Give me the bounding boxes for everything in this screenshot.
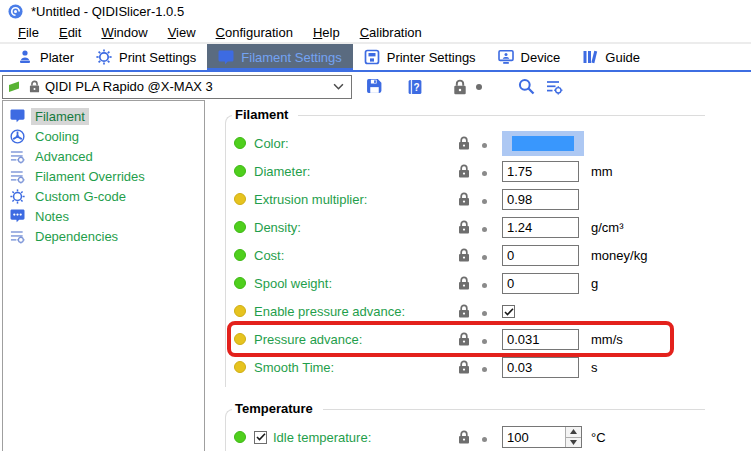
value-status-bullet	[234, 361, 246, 373]
tab-label: Filament Settings	[241, 50, 341, 65]
spool-weight-input[interactable]	[502, 273, 579, 294]
setting-row-color: Color:	[234, 129, 705, 157]
extrusion-multiplier-input[interactable]	[502, 189, 579, 210]
sidebar-item-notes[interactable]: Notes	[3, 206, 204, 226]
density-input[interactable]	[502, 217, 579, 238]
lock-icon[interactable]	[458, 332, 482, 346]
setting-row-spool-weight: Spool weight: g	[234, 269, 705, 297]
spin-down-button[interactable]	[566, 438, 581, 448]
lock-icon[interactable]	[458, 192, 482, 206]
lock-icon[interactable]	[458, 276, 482, 290]
sidebar-item-label: Custom G-code	[31, 188, 130, 205]
group-title: Temperature	[232, 401, 323, 416]
setting-label: Spool weight:	[254, 276, 458, 291]
setting-row-pressure-advance: Pressure advance: mm/s	[234, 325, 705, 353]
device-icon	[498, 49, 514, 65]
lock-icon[interactable]	[458, 136, 482, 150]
unit-label: money/kg	[586, 248, 705, 263]
revert-dot-icon[interactable]	[482, 332, 502, 347]
save-preset-button[interactable]	[366, 78, 383, 95]
sidebar-item-filament[interactable]: Filament	[3, 106, 204, 126]
preset-combobox[interactable]: QIDI PLA Rapido @X-MAX 3	[2, 75, 352, 99]
sidebar-item-custom-gcode[interactable]: Custom G-code	[3, 186, 204, 206]
compare-settings-icon[interactable]	[546, 79, 563, 95]
setting-label: Idle temperature:	[273, 430, 371, 445]
revert-dot-icon[interactable]	[482, 164, 502, 179]
notes-icon	[9, 209, 25, 223]
diameter-input[interactable]	[502, 161, 579, 182]
setting-row-idle-temperature: Idle temperature: °C	[234, 423, 705, 451]
revert-dot-icon[interactable]	[482, 430, 502, 445]
sliders-gear-icon	[9, 169, 25, 184]
unit-label: g/cm³	[586, 220, 705, 235]
tab-device[interactable]: Device	[487, 44, 572, 70]
tab-plater[interactable]: Plater	[6, 44, 85, 70]
tab-label: Print Settings	[119, 50, 196, 65]
sidebar-item-label: Dependencies	[31, 228, 122, 245]
menu-configuration[interactable]: Configuration	[206, 25, 303, 40]
menu-view[interactable]: View	[158, 25, 206, 40]
lock-icon[interactable]	[458, 360, 482, 374]
idle-temperature-spinbox[interactable]	[502, 426, 582, 448]
preset-toolbar: QIDI PLA Rapido @X-MAX 3 ?	[2, 74, 751, 99]
menu-calibration[interactable]: Calibration	[350, 25, 432, 40]
color-swatch	[512, 136, 574, 151]
lock-icon[interactable]	[458, 164, 482, 178]
tab-print-settings[interactable]: Print Settings	[85, 44, 207, 70]
group-temperature: Temperature Idle temperature:	[225, 409, 705, 451]
revert-dot-icon[interactable]	[482, 136, 502, 151]
menu-file[interactable]: File	[8, 25, 49, 40]
help-button[interactable]: ?	[407, 79, 423, 95]
lock-icon[interactable]	[458, 304, 482, 318]
color-picker-button[interactable]	[502, 131, 584, 156]
revert-dot-icon[interactable]	[482, 276, 502, 291]
search-icon[interactable]	[518, 78, 535, 95]
setting-row-extrusion-multiplier: Extrusion multiplier:	[234, 185, 705, 213]
idle-temperature-input[interactable]	[503, 427, 565, 447]
gear-icon	[96, 49, 112, 65]
settings-panel: Filament Color: Diameter:	[225, 107, 735, 451]
sidebar-item-dependencies[interactable]: Dependencies	[3, 226, 204, 246]
tab-label: Device	[521, 50, 561, 65]
unit-label: s	[586, 360, 705, 375]
revert-dot-icon[interactable]	[482, 192, 502, 207]
value-status-bullet	[234, 305, 246, 317]
smooth-time-input[interactable]	[502, 357, 579, 378]
tab-guide[interactable]: Guide	[571, 44, 651, 70]
revert-dot-icon[interactable]	[482, 360, 502, 375]
setting-row-enable-pressure-advance: Enable pressure advance:	[234, 297, 705, 325]
sidebar-item-advanced[interactable]: Advanced	[3, 146, 204, 166]
lock-all-icon[interactable]	[453, 79, 467, 95]
value-status-bullet	[234, 193, 246, 205]
pressure-advance-input[interactable]	[502, 329, 579, 350]
menu-window[interactable]: Window	[91, 25, 157, 40]
chevron-down-icon	[333, 83, 344, 90]
cost-input[interactable]	[502, 245, 579, 266]
lock-icon[interactable]	[458, 220, 482, 234]
revert-all-dot-icon[interactable]	[476, 84, 482, 90]
sidebar-item-label: Cooling	[31, 128, 83, 145]
setting-label: Pressure advance:	[254, 332, 458, 347]
menu-help[interactable]: Help	[303, 25, 350, 40]
setting-row-cost: Cost: money/kg	[234, 241, 705, 269]
sliders-gear-icon	[9, 229, 25, 244]
enable-pressure-advance-checkbox[interactable]	[502, 305, 515, 318]
plater-icon	[17, 49, 33, 65]
lock-icon[interactable]	[458, 430, 482, 444]
idle-temperature-checkbox[interactable]	[254, 431, 267, 444]
menu-edit[interactable]: Edit	[49, 25, 91, 40]
revert-dot-icon[interactable]	[482, 220, 502, 235]
revert-dot-icon[interactable]	[482, 248, 502, 263]
spin-up-button[interactable]	[566, 427, 581, 438]
sidebar-item-filament-overrides[interactable]: Filament Overrides	[3, 166, 204, 186]
value-status-bullet	[234, 165, 246, 177]
value-status-bullet	[234, 431, 246, 443]
setting-label: Extrusion multiplier:	[254, 192, 458, 207]
lock-icon[interactable]	[458, 248, 482, 262]
tab-printer-settings[interactable]: Printer Settings	[353, 44, 487, 70]
tab-filament-settings[interactable]: Filament Settings	[207, 44, 352, 70]
window-title: *Untitled - QIDISlicer-1.0.5	[31, 4, 184, 19]
gear-icon	[9, 189, 25, 204]
revert-dot-icon[interactable]	[482, 304, 502, 319]
sidebar-item-cooling[interactable]: Cooling	[3, 126, 204, 146]
